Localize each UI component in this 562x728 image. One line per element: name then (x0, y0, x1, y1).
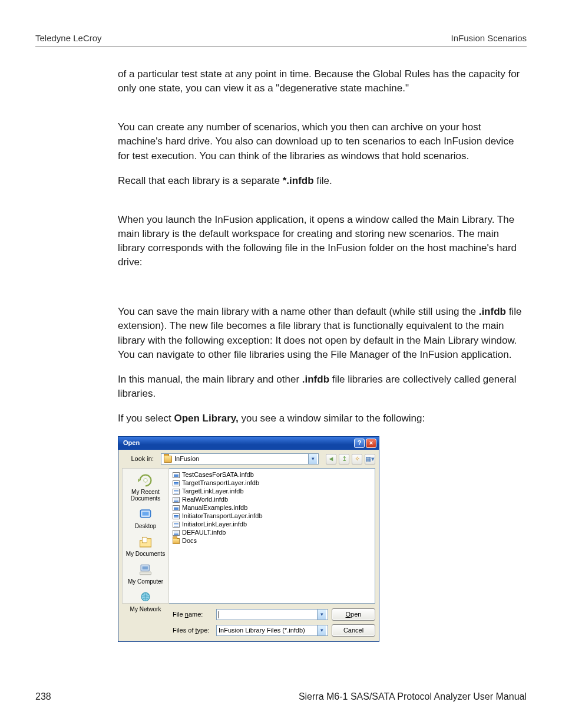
para-4: When you launch the InFusion application… (118, 213, 527, 270)
file-icon (173, 480, 180, 486)
dialog-toolbar: ◄ ↥ ✧ ▦▾ (326, 454, 375, 465)
manual-title: Sierra M6-1 SAS/SATA Protocol Analyzer U… (299, 691, 527, 702)
open-button[interactable]: Open (332, 608, 375, 621)
list-item[interactable]: TargetTransportLayer.infdb (173, 479, 371, 487)
para-2: You can create any number of scenarios, … (118, 120, 527, 163)
new-folder-icon[interactable]: ✧ (352, 454, 362, 465)
file-icon (173, 489, 180, 495)
svg-rect-5 (143, 566, 148, 570)
header-right: InFusion Scenarios (451, 33, 527, 43)
lookin-combo[interactable]: InFusion ▾ (161, 453, 319, 465)
file-icon (173, 472, 180, 478)
mynet-icon (137, 591, 154, 605)
desktop-icon (137, 508, 154, 522)
svg-rect-2 (143, 512, 149, 515)
page-header: Teledyne LeCroy InFusion Scenarios (35, 33, 527, 43)
svg-rect-3 (143, 537, 147, 542)
filetype-combo[interactable]: InFusion Library Files (*.infdb) ▾ (216, 625, 328, 636)
chevron-down-icon[interactable]: ▾ (317, 610, 326, 620)
lookin-label: Look in: (122, 454, 157, 464)
mydocs-icon (137, 535, 154, 549)
list-item[interactable]: ManualExamples.infdb (173, 504, 371, 512)
header-rule (35, 47, 527, 47)
para-3: Recall that each library is a separate *… (118, 174, 527, 188)
file-icon (173, 522, 180, 528)
open-dialog: Open ? × Look in: InFusion ▾ ◄ ↥ ✧ (118, 436, 379, 642)
chevron-down-icon[interactable]: ▾ (308, 454, 317, 464)
folder-icon (173, 538, 180, 544)
filename-input[interactable]: ▾ (216, 609, 328, 620)
page-number: 238 (35, 691, 51, 702)
list-item[interactable]: DEFAULT.infdb (173, 529, 371, 537)
list-item[interactable]: InitiatorTransportLayer.infdb (173, 512, 371, 521)
list-item-folder[interactable]: Docs (173, 537, 371, 545)
filename-label: File name: (173, 610, 213, 620)
list-item[interactable]: TargetLinkLayer.infdb (173, 487, 371, 496)
svg-rect-6 (140, 572, 151, 575)
svg-point-0 (144, 479, 147, 482)
lookin-value: InFusion (174, 454, 199, 464)
recent-icon (137, 473, 154, 487)
dialog-title: Open (123, 439, 140, 448)
close-icon[interactable]: × (366, 439, 376, 448)
file-icon (173, 505, 180, 511)
back-icon[interactable]: ◄ (326, 454, 336, 465)
list-item[interactable]: InitiatorLinkLayer.infdb (173, 521, 371, 529)
file-list[interactable]: TestCasesForSATA.infdb TargetTransportLa… (169, 468, 375, 604)
body-text: of a particular test state at any point … (118, 67, 527, 642)
para-7: If you select Open Library, you see a wi… (118, 411, 527, 426)
para-6: In this manual, the main library and oth… (118, 373, 527, 401)
place-desktop[interactable]: Desktop (124, 506, 167, 533)
dialog-titlebar[interactable]: Open ? × (118, 437, 379, 450)
folder-icon (164, 456, 172, 463)
para-1: of a particular test state at any point … (118, 67, 527, 95)
mycomp-icon (137, 563, 154, 577)
views-icon[interactable]: ▦▾ (365, 454, 375, 465)
header-left: Teledyne LeCroy (35, 33, 102, 43)
list-item[interactable]: RealWorld.infdb (173, 496, 371, 504)
file-icon (173, 530, 180, 536)
cancel-button[interactable]: Cancel (332, 624, 375, 637)
place-recent[interactable]: My Recent Documents (124, 472, 167, 505)
file-icon (173, 497, 180, 503)
list-item[interactable]: TestCasesForSATA.infdb (173, 471, 371, 479)
file-icon (173, 513, 180, 519)
up-folder-icon[interactable]: ↥ (339, 454, 349, 465)
help-icon[interactable]: ? (354, 439, 365, 448)
page-footer: 238 Sierra M6-1 SAS/SATA Protocol Analyz… (35, 691, 527, 702)
para-5: You can save the main library with a nam… (118, 305, 527, 362)
places-bar: My Recent Documents Desktop (122, 468, 169, 604)
filetype-label: Files of type: (173, 626, 213, 635)
place-mycomp[interactable]: My Computer (124, 562, 167, 588)
place-mynet[interactable]: My Network (124, 589, 167, 616)
place-mydocs[interactable]: My Documents (124, 534, 167, 561)
chevron-down-icon[interactable]: ▾ (317, 625, 326, 635)
